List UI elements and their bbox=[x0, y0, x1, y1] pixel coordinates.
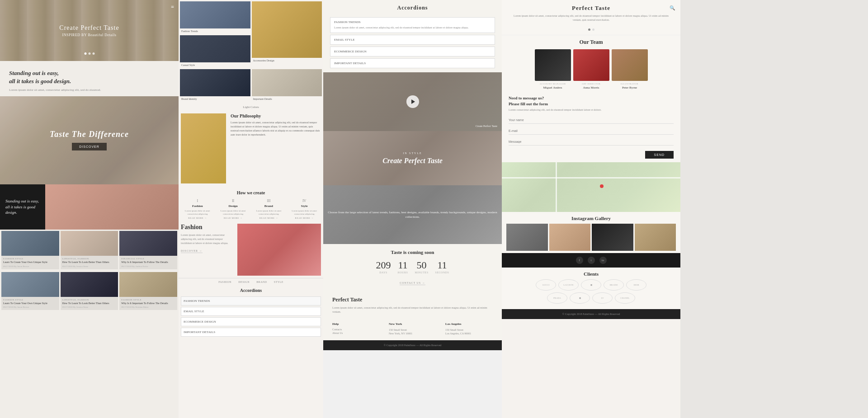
col2-how-create-title: How we create bbox=[181, 190, 321, 195]
col3-footer-link-contacts[interactable]: Contacts bbox=[332, 328, 380, 331]
col2-how-roman-2: II bbox=[217, 199, 250, 203]
col1-blog-title-5[interactable]: How To Learn To Look Better Than Others bbox=[62, 302, 117, 305]
col3-countdown-hours: 11 Hours bbox=[398, 259, 408, 274]
col1-blog-title-4[interactable]: Learn To Create Your Own Unique Style bbox=[3, 302, 57, 305]
col1-blog-text-4: FASHION STYLE Learn To Create Your Own U… bbox=[1, 297, 59, 310]
col1-blog-title-6[interactable]: Why Is It Important To Follow The Detail… bbox=[121, 302, 175, 305]
col4-copyright: © Copyright 2018 PalmStore — All Rights … bbox=[562, 313, 620, 315]
col4-insta-img-3[interactable] bbox=[592, 224, 633, 251]
col1-tagline-h3: Standing out is easy, all it takes is go… bbox=[9, 69, 170, 85]
col2-grid-image-3 bbox=[180, 69, 250, 96]
col2-nav-design[interactable]: DESIGN bbox=[238, 281, 250, 283]
col3-countdown-numbers: 209 Days 11 Hours 50 Minutes 11 Seconds bbox=[332, 259, 493, 274]
col2-how-create-section: How we create I Fashion Lorem ipsum dolo… bbox=[179, 186, 323, 221]
col2-nav-style[interactable]: STYLE bbox=[274, 281, 283, 283]
col3-accordions-header: Accordions bbox=[323, 0, 502, 15]
col2-how-desc-2: Lorem ipsum dolor sit amet consectetur a… bbox=[217, 209, 250, 216]
col4-email-input[interactable] bbox=[509, 127, 674, 135]
col4-social-icon-2[interactable]: t bbox=[588, 257, 595, 264]
col1-hero-subtitle: INSPIRED BY Beautiful Details bbox=[59, 33, 119, 37]
col2-read-more-4[interactable]: READ MORE → bbox=[288, 217, 321, 219]
col2-image-grid: Fashion Trends Accessories Design Casual… bbox=[179, 0, 323, 103]
col2-how-item-3: III Brand Lorem ipsum dolor sit amet con… bbox=[252, 199, 286, 219]
col4-social-icon-1[interactable]: f bbox=[576, 257, 583, 264]
col1-blog-text-2: LIFESTYLE, FASHION How To Learn To Look … bbox=[61, 256, 118, 269]
col3-footer-link-about[interactable]: About Us bbox=[332, 332, 380, 334]
col2-grid-image-1 bbox=[180, 1, 250, 28]
col3-accordion-1[interactable]: FASHION TRENDS Lorem ipsum dolor sit ame… bbox=[330, 17, 495, 33]
col3-copyright: © Copyright 2018 PalmStore — All Rights … bbox=[384, 344, 442, 347]
col2-nav-fashion[interactable]: FASHION bbox=[218, 281, 231, 283]
col4-member-photo-3 bbox=[612, 49, 648, 81]
col4-client-9: CHANEL bbox=[615, 292, 635, 304]
col2-discover-link[interactable]: DISCOVER → bbox=[181, 249, 203, 253]
col4-client-7: ◼ bbox=[570, 292, 590, 304]
col2-accordion-item-4[interactable]: IMPORTANT DETAILS bbox=[181, 328, 321, 337]
col1-blog-item-2: LIFESTYLE, FASHION How To Learn To Look … bbox=[61, 231, 118, 269]
col3-footer-col1-title: Help bbox=[332, 322, 380, 326]
col1-blog-item-6: FASHION STYLE Why Is It Important To Fol… bbox=[119, 272, 177, 310]
col1-blog-cat-1: FASHION STYLE bbox=[3, 258, 57, 260]
col4-client-2: LACOSTE bbox=[558, 279, 579, 291]
col1-hero-section: ≡ Create Perfect Taste INSPIRED BY Beaut… bbox=[0, 0, 179, 61]
col4-message-input[interactable] bbox=[509, 138, 674, 146]
col2-how-roman-1: I bbox=[181, 199, 214, 203]
col1-blog-row-2: FASHION STYLE Learn To Create Your Own U… bbox=[0, 271, 179, 312]
col2-read-more-1[interactable]: READ MORE → bbox=[181, 217, 214, 219]
col3-perfect-taste-text: Lorem ipsum dolor sit amet, consectetur … bbox=[332, 306, 493, 314]
col4-clients-row-2: PRADA ◼ LV CHANEL bbox=[506, 292, 676, 304]
col1-blog-img-3 bbox=[119, 231, 177, 256]
col1-discover-button[interactable]: DISCOVER bbox=[72, 143, 107, 150]
col4-search-icon[interactable]: 🔍 bbox=[670, 5, 675, 10]
col1-blog-row-1: FASHION STYLE Learn To Create Your Own U… bbox=[0, 230, 179, 271]
col4-member-photo-2 bbox=[573, 49, 609, 81]
col4-send-button[interactable]: SEND bbox=[645, 151, 674, 159]
col4-name-input[interactable] bbox=[509, 117, 674, 124]
col3-accordion-3[interactable]: ECOMMERCE DESIGN bbox=[330, 47, 495, 56]
col1-blog-date-2: 09/17/2018 By Jessica Stone bbox=[62, 265, 117, 268]
col3-seconds-label: Seconds bbox=[435, 271, 449, 274]
col3-shop-section: Choose from the large selection of lates… bbox=[323, 185, 502, 244]
col4-member-photo-1 bbox=[535, 49, 571, 81]
col4-insta-img-2[interactable] bbox=[549, 224, 591, 251]
col2-light-colors-label: Light Colors bbox=[179, 103, 323, 111]
col1-blog-title-1[interactable]: Learn To Create Your Own Unique Style bbox=[3, 261, 57, 264]
col4-clients-row-1: GUCCI LACOSTE ◼ BRAND DIOR bbox=[506, 279, 676, 291]
col3-contact-us-link[interactable]: CONTACT US → bbox=[400, 282, 425, 285]
col1-blog-title-2[interactable]: How To Learn To Look Better Than Others bbox=[62, 261, 117, 264]
col4-social-icon-3[interactable]: in bbox=[599, 257, 607, 264]
col2-read-more-2[interactable]: READ MORE → bbox=[217, 217, 250, 219]
col1-blog-text-3: FINANCIAL STYLE Why Is It Important To F… bbox=[119, 256, 177, 269]
col1-tagline-section: Standing out is easy, all it takes is go… bbox=[0, 61, 179, 96]
col3-countdown-days: 209 Days bbox=[376, 259, 391, 274]
col4-our-team-title: Our Team bbox=[506, 39, 676, 46]
col2-how-item-2: II Design Lorem ipsum dolor sit amet con… bbox=[217, 199, 250, 219]
col3-video-play-button[interactable] bbox=[406, 95, 419, 108]
col2-read-more-3[interactable]: READ MORE → bbox=[252, 217, 286, 219]
col4-map-section bbox=[502, 162, 680, 212]
col2-nav-brand[interactable]: BRAND bbox=[256, 281, 267, 283]
col2-philosophy-section: Our Philosophy Lorem ipsum dolor sit ame… bbox=[179, 111, 323, 186]
col3-accordion-title-1: FASHION TRENDS bbox=[334, 20, 491, 24]
col2-accordion-item-3[interactable]: ECOMMERCE DESIGN bbox=[181, 317, 321, 326]
col2-accordion-item-1[interactable]: FASHION TRENDS bbox=[181, 296, 321, 305]
col1-blog-img-1 bbox=[1, 231, 59, 256]
col3-accordion-2[interactable]: EMAIL STYLE bbox=[330, 35, 495, 45]
col2-how-roman-4: IV bbox=[288, 199, 321, 203]
col2-fashion-nav: FASHION DESIGN BRAND STYLE bbox=[179, 278, 323, 286]
hamburger-icon[interactable]: ≡ bbox=[171, 4, 174, 10]
col1-blog-date-5: 09/17/2018 By Jessica Stone bbox=[62, 306, 117, 308]
col3-footer-col-2: New York 150 Small StreetNew York, NY 10… bbox=[389, 322, 436, 336]
col4-insta-img-4[interactable] bbox=[635, 224, 676, 251]
col1-hero-title: Create Perfect Taste bbox=[59, 24, 119, 32]
col3-footer-col2-title: New York bbox=[389, 322, 436, 326]
col3-accordion-4[interactable]: IMPORTANT DETAILS bbox=[330, 58, 495, 68]
col1-carousel-dots bbox=[83, 48, 95, 56]
col3-footer-col-1: Help Contacts About Us bbox=[332, 322, 380, 336]
col1-woman-text: Taste The Difference DISCOVER bbox=[50, 130, 129, 150]
col4-insta-img-1[interactable] bbox=[506, 224, 548, 251]
col1-blog-cat-6: FASHION STYLE bbox=[121, 299, 175, 301]
col2-grid-caption-1: Fashion Trends bbox=[180, 28, 250, 34]
col1-blog-title-3[interactable]: Why Is It Important To Follow The Detail… bbox=[121, 261, 175, 264]
col2-accordion-item-2[interactable]: EMAIL STYLE bbox=[181, 307, 321, 316]
